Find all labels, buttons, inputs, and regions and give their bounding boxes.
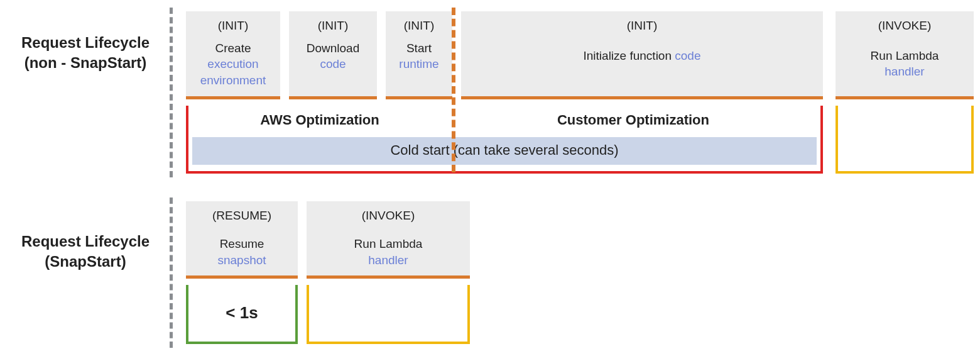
bracket-row: < 1s	[170, 285, 974, 344]
phase-desc: Resume snapshot	[191, 236, 293, 268]
link-environment[interactable]: environment	[200, 74, 266, 87]
phase-tag: (INVOKE)	[841, 18, 969, 34]
phase-download-code: (INIT) Download code	[289, 11, 377, 99]
phase-tag: (INIT)	[466, 18, 818, 34]
lifecycle-non-snapstart: Request Lifecycle (non - SnapStart) (INI…	[6, 11, 974, 174]
link-handler[interactable]: handler	[368, 253, 408, 267]
aws-optimization-label: AWS Optimization	[191, 112, 449, 128]
phase-tag: (INVOKE)	[312, 208, 465, 224]
resume-time-bracket: < 1s	[186, 285, 298, 344]
lifecycle-title-line1: Request Lifecycle	[21, 34, 150, 51]
link-execution[interactable]: execution	[207, 57, 258, 70]
phase-create-execution-env: (INIT) Create execution environment	[186, 11, 280, 99]
customer-optimization-label: Customer Optimization	[449, 112, 818, 128]
link-code[interactable]: code	[320, 57, 346, 70]
lifecycle-snapstart: Request Lifecycle (SnapStart) (RESUME) R…	[6, 201, 974, 345]
invoke-bracket	[307, 285, 470, 344]
phase-row: (RESUME) Resume snapshot (INVOKE) Run La…	[170, 201, 974, 279]
diagram-snapstart: (RESUME) Resume snapshot (INVOKE) Run La…	[170, 201, 974, 345]
phase-resume-snapshot: (RESUME) Resume snapshot	[186, 201, 298, 279]
resume-time-value: < 1s	[226, 303, 258, 323]
link-handler[interactable]: handler	[885, 65, 924, 78]
phase-tag: (INIT)	[391, 18, 447, 34]
phase-initialize-function-code: (INIT) Initialize function code	[461, 11, 823, 99]
lifecycle-title-line2: (SnapStart)	[45, 253, 126, 270]
link-runtime[interactable]: runtime	[399, 57, 438, 70]
phase-desc: Download code	[294, 40, 372, 72]
phase-desc: Initialize function code	[466, 48, 818, 64]
link-code[interactable]: code	[675, 49, 700, 62]
lifecycle-label: Request Lifecycle (non - SnapStart)	[6, 11, 170, 74]
lifecycle-title-line1: Request Lifecycle	[21, 233, 150, 250]
phase-desc: Start runtime	[391, 40, 447, 72]
diagram-non-snapstart: (INIT) Create execution environment (INI…	[170, 11, 974, 174]
phase-desc: Run Lambda handler	[312, 236, 465, 268]
lifecycle-label: Request Lifecycle (SnapStart)	[6, 201, 170, 272]
invoke-bracket	[836, 106, 974, 174]
lifecycle-title-line2: (non - SnapStart)	[24, 54, 147, 71]
phase-desc: Run Lambda handler	[841, 48, 969, 80]
cold-start-bar: Cold start (can take several seconds)	[192, 137, 817, 165]
phase-invoke: (INVOKE) Run Lambda handler	[307, 201, 470, 279]
phase-tag: (RESUME)	[191, 208, 293, 224]
phase-invoke: (INVOKE) Run Lambda handler	[836, 11, 974, 99]
aws-customer-divider	[452, 8, 455, 172]
phase-start-runtime: (INIT) Start runtime	[386, 11, 452, 99]
phase-tag: (INIT)	[294, 18, 372, 34]
link-snapshot[interactable]: snapshot	[217, 253, 266, 267]
phase-tag: (INIT)	[191, 18, 275, 34]
bracket-row: AWS Optimization Customer Optimization C…	[170, 106, 974, 174]
phase-row: (INIT) Create execution environment (INI…	[170, 11, 974, 99]
phase-desc: Create execution environment	[191, 40, 275, 89]
cold-start-bracket: AWS Optimization Customer Optimization C…	[186, 106, 823, 174]
optimization-labels: AWS Optimization Customer Optimization	[191, 111, 818, 137]
